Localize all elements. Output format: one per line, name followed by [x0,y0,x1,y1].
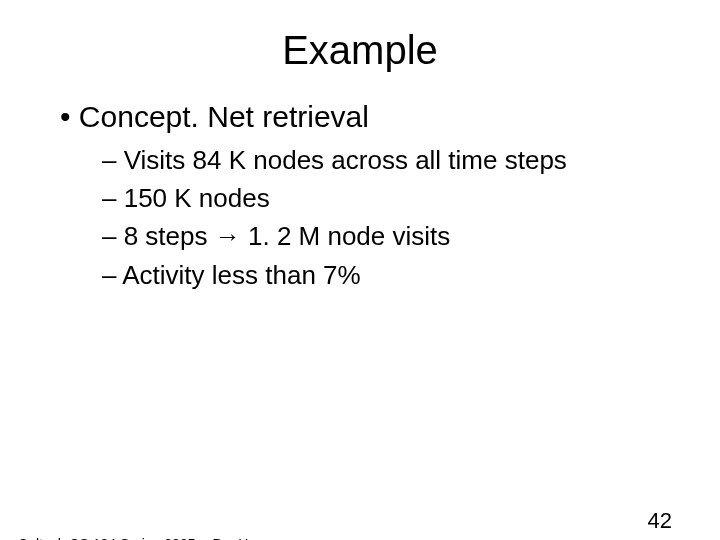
footer-text: Caltech CS 184 Spring 2005 -- De. Hon [18,536,264,540]
sub-bullet: 150 K nodes [102,180,680,216]
page-number: 42 [648,508,672,534]
slide: Example Concept. Net retrieval Visits 84… [0,28,720,540]
bullet-list-level2: Visits 84 K nodes across all time steps … [102,142,680,294]
sub-bullet: Activity less than 7% [102,257,680,293]
arrow-icon: → [215,221,241,251]
sub-bullet-text: 150 K nodes [124,183,270,213]
sub-bullet: 8 steps → 1. 2 M node visits [102,218,680,254]
sub-bullet-text-post: 1. 2 M node visits [241,221,451,251]
sub-bullet: Visits 84 K nodes across all time steps [102,142,680,178]
bullet-list-level1: Concept. Net retrieval Visits 84 K nodes… [60,97,680,293]
slide-body: Concept. Net retrieval Visits 84 K nodes… [0,97,720,293]
bullet-main: Concept. Net retrieval Visits 84 K nodes… [60,97,680,293]
slide-title: Example [0,28,720,73]
bullet-main-text: Concept. Net retrieval [79,100,369,133]
sub-bullet-text: Visits 84 K nodes across all time steps [124,145,567,175]
sub-bullet-text-pre: 8 steps [124,221,215,251]
sub-bullet-text: Activity less than 7% [122,260,360,290]
